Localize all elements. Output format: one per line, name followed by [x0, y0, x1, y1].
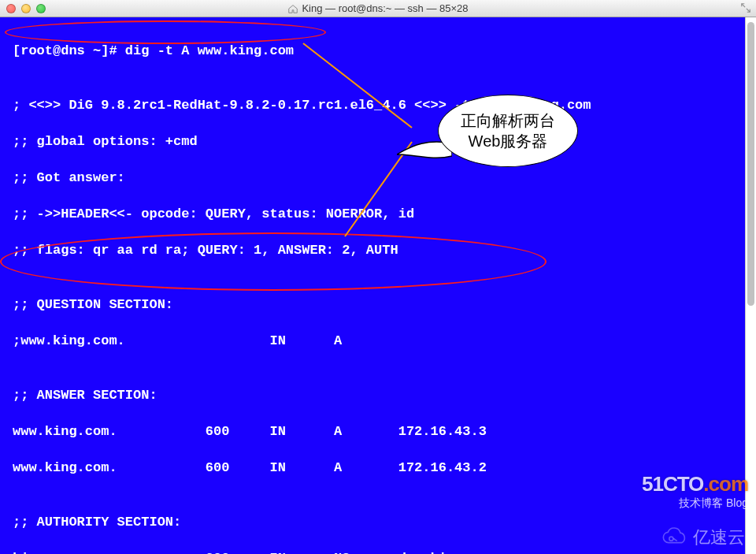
cloud-icon — [657, 526, 688, 548]
watermark-51cto-sub: 技术博客 Blog — [642, 496, 748, 511]
output-line: ;www.king.com. IN A — [13, 332, 748, 350]
output-line: ;; global options: +cmd — [13, 132, 748, 151]
watermark-yisu: 亿速云 — [657, 526, 745, 549]
close-icon[interactable] — [6, 4, 16, 13]
window-titlebar: King — root@dns:~ — ssh — 85×28 — [0, 0, 756, 17]
command-text: dig -t A www.king.com — [125, 43, 294, 58]
svg-point-2 — [669, 537, 673, 541]
home-icon — [287, 3, 298, 14]
output-line: www.king.com. 600 IN A 172.16.43.2 — [13, 459, 748, 477]
output-line: ;; ANSWER SECTION: — [13, 386, 748, 404]
output-line: ;; flags: qr aa rd ra; QUERY: 1, ANSWER:… — [13, 241, 748, 259]
output-line: ; <<>> DiG 9.8.2rc1-RedHat-9.8.2-0.17.rc… — [13, 96, 748, 114]
fullscreen-icon[interactable] — [740, 2, 751, 13]
minimize-icon[interactable] — [21, 4, 31, 13]
shell-prompt: [root@dns ~]# — [13, 43, 125, 58]
zoom-icon[interactable] — [36, 4, 46, 13]
output-line: king.com. 600 IN NS dns.king.com. — [13, 549, 748, 554]
output-line: ;; QUESTION SECTION: — [13, 296, 748, 314]
watermark-51cto-prefix: 51CTO — [642, 472, 703, 496]
output-line: www.king.com. 600 IN A 172.16.43.3 — [13, 422, 748, 441]
watermark-51cto-suffix: .com — [703, 472, 748, 496]
window-controls — [6, 4, 46, 13]
output-line: ;; ->>HEADER<<- opcode: QUERY, status: N… — [13, 205, 748, 223]
watermark-51cto: 51CTO.com 技术博客 Blog — [642, 472, 748, 511]
output-line: ;; Got answer: — [13, 169, 748, 187]
output-line: ;; AUTHORITY SECTION: — [13, 513, 748, 531]
watermark-yisu-text: 亿速云 — [693, 526, 745, 549]
window-title: King — root@dns:~ — ssh — 85×28 — [0, 2, 756, 14]
window-title-text: King — root@dns:~ — ssh — 85×28 — [302, 2, 468, 14]
scrollbar-thumb[interactable] — [747, 22, 754, 306]
